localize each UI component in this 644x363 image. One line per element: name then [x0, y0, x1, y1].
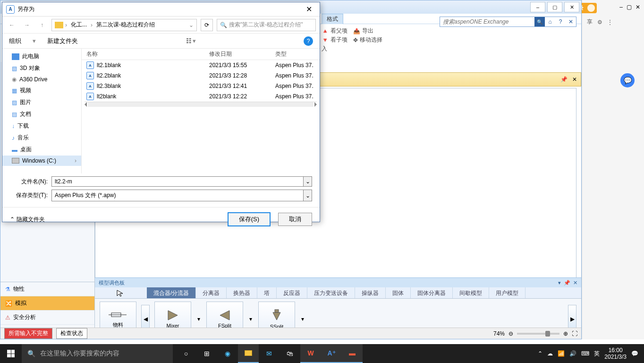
- organize-button[interactable]: 组织: [9, 37, 21, 45]
- palette-tab-heatx[interactable]: 换热器: [227, 287, 257, 298]
- dialog-help-button[interactable]: ?: [304, 36, 313, 46]
- refresh-button[interactable]: ⟳: [201, 19, 213, 31]
- status-incomplete[interactable]: 所需输入不完整: [4, 328, 52, 339]
- nav-properties[interactable]: ⚗物性: [0, 282, 94, 296]
- search-icon: 🔍: [27, 350, 35, 357]
- palette-tab-reactor[interactable]: 反应器: [277, 287, 307, 298]
- tiny-dropdown-icon[interactable]: ▾: [196, 316, 202, 322]
- tray-ime-icon[interactable]: ⌨: [581, 350, 589, 357]
- palette-tab-mixer[interactable]: 混合器/分流器: [147, 287, 196, 298]
- palette-tab-solidsep[interactable]: 固体分离器: [411, 287, 453, 298]
- search-submit[interactable]: 🔍: [534, 17, 545, 26]
- col-name[interactable]: 名称: [86, 50, 209, 58]
- task-view-icon[interactable]: ⊞: [196, 344, 217, 363]
- folder-search[interactable]: 🔍 搜索"第二次课-稳态过程介绍": [217, 19, 316, 31]
- nav-forward-button[interactable]: →: [21, 19, 33, 31]
- view-mode-button[interactable]: ☷: [186, 37, 192, 44]
- zoom-slider[interactable]: [517, 333, 559, 335]
- ribbon-move[interactable]: ✥ 移动选择: [353, 36, 382, 44]
- tray-notifications-icon[interactable]: 💬: [631, 350, 638, 357]
- panel-close-icon[interactable]: ✕: [566, 17, 576, 26]
- nav-simulation[interactable]: 🔀模拟: [0, 296, 94, 311]
- file-row[interactable]: Alt2.1blank2021/3/3 15:55Aspen Plus 37.: [82, 60, 320, 70]
- home-icon[interactable]: ⌂: [545, 17, 555, 26]
- tray-clock[interactable]: 16:00 2021/3/3: [604, 347, 627, 361]
- store-icon[interactable]: 🛍: [280, 344, 300, 363]
- palette-tab-manip[interactable]: 操纵器: [355, 287, 386, 298]
- wps-icon[interactable]: W: [300, 344, 321, 363]
- file-row[interactable]: Alt2.3blank2021/3/3 12:41Aspen Plus 37.: [82, 81, 320, 91]
- minimize-icon[interactable]: –: [619, 4, 623, 10]
- file-row[interactable]: Alt2.2blank2021/3/3 12:28Aspen Plus 37.: [82, 70, 320, 81]
- filename-input[interactable]: [51, 176, 304, 187]
- palette-tab-batch[interactable]: 间歇模型: [453, 287, 489, 298]
- tray-volume-icon[interactable]: 🔊: [569, 350, 576, 357]
- tray-wifi-icon[interactable]: 📶: [558, 350, 565, 357]
- palette-tab-solid[interactable]: 固体: [386, 287, 411, 298]
- palette-tab-user[interactable]: 用户模型: [489, 287, 525, 298]
- ribbon-parent[interactable]: 🔺 看父项: [322, 27, 347, 35]
- zoom-out-icon[interactable]: ⊖: [508, 330, 513, 337]
- palette-tab-separator[interactable]: 分离器: [196, 287, 227, 298]
- aspen-file-icon: A: [86, 61, 94, 69]
- aspenone-search[interactable]: 🔍 ⌂ ? ✕: [440, 17, 576, 27]
- share-button[interactable]: 享: [587, 18, 593, 26]
- tray-lang[interactable]: 英: [594, 350, 600, 358]
- tiny-dropdown-icon[interactable]: ▾: [248, 316, 254, 322]
- status-pin-icon[interactable]: 📌: [560, 76, 568, 83]
- gear-icon[interactable]: ⚙: [597, 19, 602, 26]
- horizontal-scrollbar[interactable]: [85, 102, 317, 106]
- help-icon[interactable]: ?: [555, 17, 566, 26]
- file-row[interactable]: Alt2blank2021/3/3 12:22Aspen Plus 37.: [82, 91, 320, 102]
- taskbar-search[interactable]: 🔍 在这里输入你要搜索的内容: [22, 344, 173, 363]
- tray-chevron-icon[interactable]: ⌃: [538, 350, 542, 357]
- ribbon-input[interactable]: 入: [322, 45, 347, 53]
- tiny-dropdown-icon[interactable]: ▾: [300, 316, 305, 322]
- close-icon[interactable]: ✕: [636, 4, 640, 10]
- maximize-icon[interactable]: ▢: [627, 4, 632, 10]
- nav-back-button[interactable]: ←: [6, 19, 17, 31]
- palette-dropdown-icon[interactable]: ▾: [558, 280, 561, 286]
- filename-dropdown[interactable]: ⌄: [304, 176, 312, 187]
- mail-icon[interactable]: ✉: [259, 344, 280, 363]
- aspen-icon[interactable]: A⁺: [321, 344, 342, 363]
- savetype-dropdown[interactable]: ⌄: [304, 190, 312, 201]
- nav-safety[interactable]: ⚠安全分析: [0, 311, 94, 325]
- palette-close-icon[interactable]: ✕: [573, 280, 577, 286]
- check-status-button[interactable]: 检查状态: [56, 328, 87, 339]
- explorer-icon[interactable]: [238, 344, 259, 363]
- folder-tree[interactable]: 此电脑 ▧3D 对象 ◉A360 Drive ▦视频 ▨图片 ▤文档 ↓下载 ♪…: [2, 49, 82, 173]
- recorder-icon[interactable]: ▬: [342, 344, 363, 363]
- ribbon-export[interactable]: 📤 导出: [353, 27, 382, 35]
- edge-icon[interactable]: ◉: [217, 344, 238, 363]
- palette-tab-column[interactable]: 塔: [257, 287, 277, 298]
- ribbon-child[interactable]: 🔻 看子项: [322, 36, 347, 44]
- hide-folders-toggle[interactable]: ⌃隐藏文件夹: [10, 216, 45, 224]
- col-type[interactable]: 类型: [275, 50, 315, 58]
- close-button[interactable]: ✕: [564, 2, 579, 12]
- savetype-select[interactable]: Aspen Plus 文件 (*.apw): [51, 190, 304, 201]
- cancel-button[interactable]: 取消: [278, 213, 312, 226]
- fit-icon[interactable]: ⛶: [572, 330, 577, 337]
- palette-pin-icon[interactable]: 📌: [564, 280, 570, 286]
- ribbon-tab-format[interactable]: 格式: [322, 14, 343, 24]
- dialog-close-button[interactable]: ✕: [302, 5, 316, 14]
- assistant-bubble-icon[interactable]: 💬: [620, 73, 635, 87]
- status-close-icon[interactable]: ✕: [572, 76, 577, 83]
- cortana-icon[interactable]: ○: [176, 344, 196, 363]
- minimize-button[interactable]: –: [530, 2, 545, 12]
- col-date[interactable]: 修改日期: [209, 50, 275, 58]
- search-input[interactable]: [440, 18, 534, 25]
- nav-up-button[interactable]: ↑: [36, 19, 48, 31]
- file-list[interactable]: 名称 修改日期 类型 Alt2.1blank2021/3/3 15:55Aspe…: [82, 49, 320, 173]
- more-icon[interactable]: ⋮: [607, 19, 613, 26]
- cursor-icon[interactable]: [116, 289, 126, 297]
- zoom-in-icon[interactable]: ⊕: [563, 330, 568, 337]
- tray-cloud-icon[interactable]: ☁: [547, 350, 553, 357]
- breadcrumb[interactable]: › 化工... › 第二次课-稳态过程介绍 ⌄: [51, 19, 197, 31]
- save-button[interactable]: 保存(S): [228, 212, 271, 226]
- maximize-button[interactable]: ▢: [547, 2, 562, 12]
- palette-tab-pchanger[interactable]: 压力变送设备: [307, 287, 355, 298]
- start-button[interactable]: [0, 344, 22, 363]
- new-folder-button[interactable]: 新建文件夹: [47, 37, 78, 45]
